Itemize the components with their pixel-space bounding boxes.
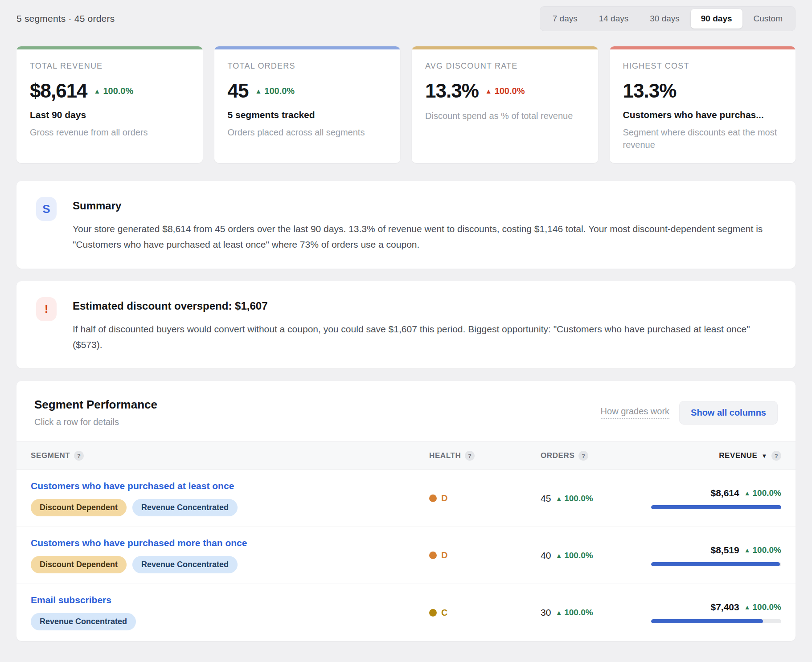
kpi-delta-value: 100.0% <box>103 86 133 96</box>
revenue-delta: ▲ 100.0% <box>744 488 781 498</box>
kpi-label: AVG DISCOUNT RATE <box>425 61 585 71</box>
revenue-bar-fill <box>651 619 763 623</box>
kpi-label: TOTAL REVENUE <box>30 61 189 71</box>
segment-name-link[interactable]: Customers who have purchased more than o… <box>31 538 429 548</box>
revenue-bar-fill <box>651 562 780 566</box>
badge-revenue-concentrated: Revenue Concentrated <box>132 556 238 573</box>
segment-performance-card: Segment Performance Click a row for deta… <box>16 381 796 641</box>
triangle-up-icon: ▲ <box>94 87 101 95</box>
health-grade: C <box>429 608 541 618</box>
time-range-14-days[interactable]: 14 days <box>589 9 639 29</box>
kpi-value: 13.3% <box>623 80 677 102</box>
triangle-up-icon: ▲ <box>744 547 750 554</box>
badge-revenue-concentrated: Revenue Concentrated <box>132 499 238 516</box>
kpi-description: Orders placed across all segments <box>228 126 387 139</box>
revenue-delta: ▲ 100.0% <box>744 602 781 612</box>
time-range-30-days[interactable]: 30 days <box>640 9 690 29</box>
kpi-delta: ▲ 100.0% <box>94 86 134 96</box>
kpi-description: Gross revenue from all orders <box>30 126 189 139</box>
revenue-value: $7,403 <box>710 602 739 613</box>
kpi-subtitle: Last 90 days <box>30 110 189 120</box>
card-accent-bar <box>610 46 796 49</box>
health-grade: D <box>429 550 541 560</box>
segments-orders-summary: 5 segments · 45 orders <box>16 13 115 24</box>
summary-title: Summary <box>73 200 776 212</box>
kpi-delta: ▲ 100.0% <box>255 86 295 96</box>
column-header-revenue[interactable]: REVENUE ▼ ? <box>643 451 781 461</box>
revenue-cell: $8,519 ▲ 100.0% <box>643 545 781 566</box>
help-icon[interactable]: ? <box>578 451 588 461</box>
revenue-bar-track <box>651 619 781 623</box>
how-grades-work-link[interactable]: How grades work <box>601 406 670 419</box>
triangle-up-icon: ▲ <box>255 87 262 95</box>
table-subtitle: Click a row for details <box>34 417 157 427</box>
kpi-label: TOTAL ORDERS <box>228 61 387 71</box>
revenue-cell: $8,614 ▲ 100.0% <box>643 488 781 509</box>
table-row[interactable]: Customers who have purchased at least on… <box>16 470 796 527</box>
badge-discount-dependent: Discount Dependent <box>31 499 127 516</box>
health-grade-letter: D <box>441 493 447 503</box>
table-header: Segment Performance Click a row for deta… <box>16 398 796 441</box>
time-range-90-days[interactable]: 90 days <box>691 9 742 29</box>
card-accent-bar <box>412 46 598 49</box>
kpi-subtitle: Customers who have purchas... <box>623 110 783 120</box>
column-header-segment[interactable]: SEGMENT ? <box>31 451 429 461</box>
kpi-card-total-revenue: TOTAL REVENUE $8,614 ▲ 100.0% Last 90 da… <box>16 46 203 163</box>
revenue-bar-track <box>651 562 781 566</box>
kpi-subtitle: 5 segments tracked <box>228 110 387 120</box>
orders-cell: 45 ▲ 100.0% <box>541 493 643 504</box>
sort-descending-icon: ▼ <box>762 453 767 459</box>
badge-revenue-concentrated: Revenue Concentrated <box>31 613 136 630</box>
orders-value: 45 <box>541 493 551 504</box>
column-header-orders[interactable]: ORDERS ? <box>541 451 643 461</box>
time-range-custom[interactable]: Custom <box>743 9 793 29</box>
alert-icon: ! <box>36 297 57 321</box>
top-bar: 5 segments · 45 orders 7 days 14 days 30… <box>16 6 796 31</box>
segment-name-link[interactable]: Customers who have purchased at least on… <box>31 481 429 491</box>
health-dot-icon <box>429 552 437 559</box>
health-dot-icon <box>429 494 437 502</box>
kpi-card-highest-cost: HIGHEST COST 13.3% Customers who have pu… <box>610 46 796 163</box>
card-accent-bar <box>214 46 401 49</box>
kpi-card-avg-discount-rate: AVG DISCOUNT RATE 13.3% ▲ 100.0% Discoun… <box>412 46 598 163</box>
overspend-title: Estimated discount overspend: $1,607 <box>73 300 776 312</box>
column-header-health[interactable]: HEALTH ? <box>429 451 541 461</box>
table-title: Segment Performance <box>34 398 157 412</box>
help-icon[interactable]: ? <box>771 451 781 461</box>
kpi-description: Discount spend as % of total revenue <box>425 110 585 122</box>
overspend-card: ! Estimated discount overspend: $1,607 I… <box>16 281 796 369</box>
orders-cell: 30 ▲ 100.0% <box>541 607 643 618</box>
health-grade: D <box>429 493 541 503</box>
kpi-value: 45 <box>228 80 249 102</box>
triangle-up-icon: ▲ <box>744 604 750 611</box>
segment-name-link[interactable]: Email subscribers <box>31 595 429 605</box>
triangle-up-icon: ▲ <box>744 490 750 497</box>
card-accent-bar <box>16 46 203 49</box>
triangle-up-icon: ▲ <box>556 609 562 616</box>
orders-value: 30 <box>541 607 551 618</box>
kpi-delta: ▲ 100.0% <box>485 86 525 96</box>
triangle-up-icon: ▲ <box>556 552 562 559</box>
kpi-label: HIGHEST COST <box>623 61 783 71</box>
kpi-card-total-orders: TOTAL ORDERS 45 ▲ 100.0% 5 segments trac… <box>214 46 401 163</box>
health-dot-icon <box>429 609 437 617</box>
table-row[interactable]: Customers who have purchased more than o… <box>16 527 796 584</box>
kpi-description: Segment where discounts eat the most rev… <box>623 126 783 151</box>
kpi-delta-value: 100.0% <box>495 86 525 96</box>
health-grade-letter: C <box>441 608 447 618</box>
triangle-up-icon: ▲ <box>556 495 562 502</box>
help-icon[interactable]: ? <box>74 451 84 461</box>
time-range-selector: 7 days 14 days 30 days 90 days Custom <box>540 6 796 31</box>
table-row[interactable]: Email subscribers Revenue Concentrated C… <box>16 584 796 641</box>
show-all-columns-button[interactable]: Show all columns <box>679 401 778 425</box>
kpi-value: 13.3% <box>425 80 479 102</box>
orders-delta: ▲ 100.0% <box>556 494 593 503</box>
badge-discount-dependent: Discount Dependent <box>31 556 127 573</box>
revenue-delta: ▲ 100.0% <box>744 545 781 555</box>
help-icon[interactable]: ? <box>465 451 475 461</box>
summary-icon: S <box>36 197 57 221</box>
dashboard-page: 5 segments · 45 orders 7 days 14 days 30… <box>0 0 812 662</box>
health-grade-letter: D <box>441 550 447 560</box>
overspend-body: If half of discounted buyers would conve… <box>73 321 776 353</box>
time-range-7-days[interactable]: 7 days <box>542 9 588 29</box>
